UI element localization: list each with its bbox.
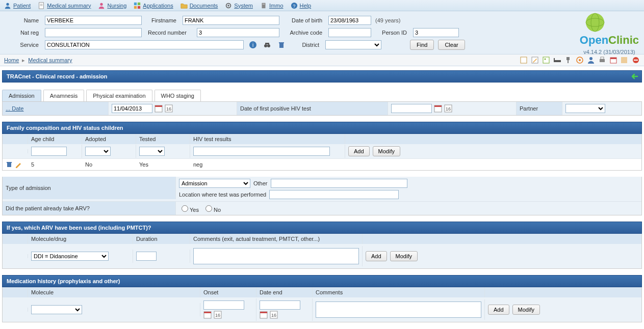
medhist-section-title: Medication history (prophylaxis and othe… — [7, 278, 120, 284]
recordnumber-input[interactable] — [197, 28, 279, 37]
partner-select[interactable] — [565, 104, 605, 113]
today-icon[interactable]: 16 — [444, 104, 452, 113]
today-icon[interactable]: 16 — [165, 104, 173, 113]
menu-immo[interactable]: Immo — [260, 2, 284, 9]
calendar-icon[interactable] — [154, 104, 163, 113]
svg-rect-52 — [204, 312, 211, 313]
svg-rect-49 — [7, 163, 11, 167]
date-label-link[interactable]: ... Date — [6, 105, 23, 112]
age-input[interactable] — [31, 147, 67, 156]
stop-icon[interactable] — [632, 56, 640, 64]
menu-medical-summary[interactable]: Medical summary — [38, 2, 91, 9]
mh-end-input[interactable] — [260, 300, 300, 310]
menu-nursing[interactable]: Nursing — [98, 2, 126, 9]
today-icon[interactable]: 16 — [270, 311, 278, 319]
adopted-select[interactable] — [85, 147, 111, 156]
svg-rect-6 — [138, 2, 140, 5]
admission-other-input[interactable] — [271, 179, 407, 188]
delete-icon[interactable] — [6, 161, 13, 168]
arv-no-radio[interactable]: No — [203, 204, 221, 213]
svg-text:16: 16 — [215, 313, 220, 318]
svg-point-21 — [264, 44, 267, 47]
archivecode-input[interactable] — [328, 28, 371, 37]
first-hiv-date-input[interactable] — [391, 104, 432, 113]
target-icon[interactable] — [576, 56, 584, 64]
mh-molecule-select[interactable] — [31, 305, 82, 314]
dob-input[interactable] — [328, 16, 371, 25]
arv-table: Molecule/drug Duration Comments (exit, a… — [2, 234, 642, 269]
natreg-input[interactable] — [45, 28, 142, 37]
menu-help[interactable]: ? Help — [291, 2, 312, 9]
mh-comments-textarea[interactable] — [316, 301, 481, 318]
mh-add-button[interactable]: Add — [488, 305, 509, 315]
breadcrumb-home[interactable]: Home — [4, 57, 19, 63]
family-add-button[interactable]: Add — [348, 146, 370, 156]
arv-yes-radio[interactable]: Yes — [179, 204, 199, 213]
mh-onset-input[interactable] — [203, 300, 244, 310]
col-age: Age child — [28, 134, 82, 144]
row-results: neg — [190, 159, 345, 170]
user-icon[interactable] — [587, 56, 595, 64]
today-icon[interactable]: 16 — [214, 311, 222, 319]
meal-icon[interactable] — [564, 56, 573, 64]
tab-admission[interactable]: Admission — [2, 90, 41, 101]
svg-point-4 — [100, 3, 103, 5]
calendar-icon[interactable] — [203, 311, 212, 319]
back-arrow-icon[interactable] — [630, 72, 638, 80]
calendar-icon[interactable] — [260, 311, 268, 319]
menu-patient[interactable]: Patient — [4, 2, 31, 9]
district-select[interactable] — [325, 40, 381, 49]
logo-text: OpenClinic — [580, 34, 639, 47]
trash-icon[interactable] — [277, 41, 286, 49]
label-type-admission: Type of admission — [3, 177, 176, 199]
date-input[interactable] — [112, 104, 152, 113]
find-button[interactable]: Find — [410, 40, 434, 50]
svg-rect-40 — [634, 60, 638, 61]
tab-anamnesis[interactable]: Anamnesis — [43, 90, 84, 101]
note-icon[interactable] — [520, 56, 528, 64]
tab-who[interactable]: WHO staging — [154, 90, 201, 101]
binoculars-icon[interactable] — [263, 41, 271, 49]
calendar-icon[interactable] — [609, 56, 617, 64]
tab-physical[interactable]: Physical examination — [86, 90, 152, 101]
medhist-section-bar: Medication history (prophylaxis and othe… — [2, 275, 642, 287]
mh-modify-button[interactable]: Modify — [512, 305, 540, 315]
image-icon[interactable] — [542, 56, 550, 64]
chevron-right-icon: ▸ — [22, 57, 25, 64]
calendar-icon[interactable] — [434, 104, 442, 113]
menu-system[interactable]: System — [225, 2, 253, 9]
bed-icon[interactable] — [553, 56, 561, 64]
service-input[interactable] — [45, 40, 244, 49]
barcode-icon[interactable] — [621, 56, 629, 64]
arv-duration-input[interactable] — [136, 252, 157, 261]
info-icon[interactable]: i — [249, 41, 257, 49]
admission-location-input[interactable] — [269, 190, 399, 199]
menu-applications[interactable]: Applications — [134, 2, 173, 9]
svg-point-16 — [586, 13, 604, 32]
personid-input[interactable] — [413, 28, 459, 37]
edit-icon[interactable] — [15, 161, 22, 168]
col-adopted: Adopted — [82, 134, 136, 144]
name-input[interactable] — [45, 16, 142, 25]
tested-select[interactable] — [139, 147, 165, 156]
breadcrumb-medical-summary[interactable]: Medical summary — [28, 57, 72, 63]
menu-documents[interactable]: Documents — [181, 2, 218, 9]
family-modify-button[interactable]: Modify — [373, 146, 400, 156]
admission-type-select[interactable]: Admission — [179, 179, 250, 188]
arv-modify-button[interactable]: Modify — [390, 251, 418, 261]
arv-add-button[interactable]: Add — [366, 251, 387, 261]
label-name: Name — [12, 17, 41, 23]
label-natreg: Nat reg — [12, 30, 41, 36]
firstname-input[interactable] — [183, 16, 279, 25]
arv-molecule-select[interactable]: DDI = Didanosine — [31, 252, 109, 261]
svg-rect-42 — [155, 105, 162, 107]
print-icon[interactable] — [598, 56, 606, 64]
svg-text:i: i — [252, 42, 253, 48]
col-mh-onset: Onset — [200, 287, 256, 297]
arv-comments-textarea[interactable] — [193, 248, 359, 264]
svg-rect-46 — [434, 105, 442, 107]
results-input[interactable] — [193, 147, 330, 156]
clear-button[interactable]: Clear — [438, 40, 465, 50]
edit-icon[interactable] — [531, 56, 539, 64]
col-duration: Duration — [133, 234, 190, 244]
